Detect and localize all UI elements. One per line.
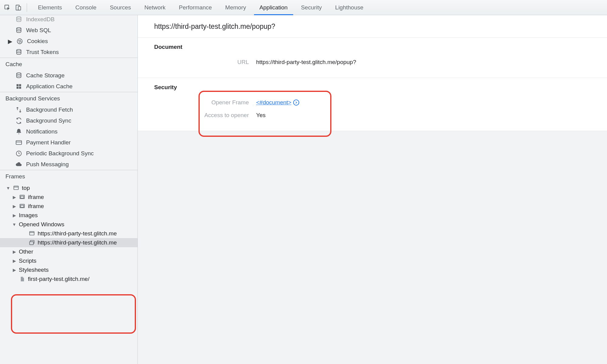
svg-rect-16 [16, 141, 22, 145]
svg-point-9 [21, 42, 21, 42]
svg-rect-20 [21, 196, 24, 198]
frames-tree: ▼ top ▶ iframe ▶ iframe [0, 182, 137, 285]
sidebar-item-label: IndexedDB [26, 16, 55, 23]
window-icon [13, 185, 19, 191]
frame-icon [19, 203, 25, 210]
sidebar-group-frames: Frames [0, 170, 137, 182]
svg-rect-18 [14, 186, 19, 190]
tree-item-label: top [22, 185, 30, 191]
svg-point-6 [19, 40, 19, 41]
tab-memory[interactable]: Memory [219, 0, 253, 15]
sidebar-item-cookies[interactable]: ▶ Cookies [0, 36, 137, 47]
kv-val-opener-frame: <#document> [256, 99, 299, 106]
svg-point-5 [17, 39, 22, 44]
toolbar-separator [27, 3, 27, 12]
svg-rect-13 [19, 84, 21, 86]
frame-details-panel: https://third-party-test.glitch.me/popup… [138, 15, 607, 364]
chevron-right-icon: ▶ [12, 268, 16, 272]
chevron-right-icon: ▶ [12, 195, 16, 200]
tree-item-label: iframe [28, 194, 44, 201]
tab-console[interactable]: Console [69, 0, 103, 15]
tree-item-label: https://third-party-test.glitch.me [38, 239, 117, 246]
frames-tree-iframe[interactable]: ▶ iframe [0, 202, 137, 211]
tree-item-label: Other [19, 248, 33, 255]
tab-elements[interactable]: Elements [31, 0, 69, 15]
svg-rect-15 [19, 87, 21, 89]
section-heading: Security [138, 84, 607, 96]
grid-icon [15, 83, 22, 90]
sidebar-item-notifications[interactable]: Notifications [0, 126, 137, 137]
window-icon [29, 230, 35, 237]
sidebar-item-cache-storage[interactable]: Cache Storage [0, 70, 137, 81]
sidebar-item-label: Trust Tokens [26, 49, 59, 56]
sidebar-item-application-cache[interactable]: Application Cache [0, 81, 137, 92]
chevron-right-icon: ▶ [12, 213, 16, 218]
chevron-right-icon: ▶ [12, 249, 16, 254]
sidebar-item-payment-handler[interactable]: Payment Handler [0, 137, 137, 148]
bell-icon [15, 128, 22, 135]
sidebar-item-label: Application Cache [26, 83, 73, 90]
sidebar-item-background-fetch[interactable]: Background Fetch [0, 104, 137, 115]
svg-rect-22 [21, 205, 24, 207]
chevron-right-icon: ▶ [12, 258, 16, 263]
sidebar-group-bgservices: Background Services [0, 92, 137, 104]
sidebar-item-websql[interactable]: Web SQL [0, 25, 137, 36]
chevron-right-icon: ▶ [8, 38, 12, 45]
sidebar-item-trust-tokens[interactable]: Trust Tokens [0, 47, 137, 58]
inspect-icon[interactable] [3, 3, 12, 12]
sidebar-item-label: Cache Storage [26, 72, 65, 79]
frames-tree-iframe[interactable]: ▶ iframe [0, 193, 137, 202]
frames-tree-opened-windows[interactable]: ▼ Opened Windows [0, 220, 137, 229]
sidebar-group-cache: Cache [0, 58, 137, 70]
tree-item-label: Opened Windows [19, 221, 64, 228]
tab-performance[interactable]: Performance [172, 0, 219, 15]
chevron-down-icon: ▼ [6, 186, 10, 190]
tab-security[interactable]: Security [294, 0, 329, 15]
frames-tree-scripts[interactable]: ▶ Scripts [0, 256, 137, 265]
tab-network[interactable]: Network [138, 0, 172, 15]
device-toggle-icon[interactable] [14, 3, 22, 12]
fetch-icon [15, 106, 22, 113]
tree-item-label: Images [19, 212, 38, 219]
svg-point-3 [17, 17, 21, 19]
sidebar-item-periodic-sync[interactable]: Periodic Background Sync [0, 148, 137, 159]
database-icon [15, 72, 22, 79]
svg-rect-23 [30, 231, 34, 235]
kv-key-access-opener: Access to opener [138, 112, 256, 119]
cookie-icon [16, 38, 23, 45]
reveal-node-icon[interactable] [293, 99, 299, 106]
kv-key-url: URL [138, 59, 256, 66]
devtools-tabs: Elements Console Sources Network Perform… [31, 0, 370, 15]
frames-tree-file[interactable]: first-party-test.glitch.me/ [0, 275, 137, 284]
section-heading: Document [138, 44, 607, 56]
sidebar-item-label: Notifications [26, 128, 58, 135]
svg-point-10 [17, 49, 21, 51]
windows-stack-icon [29, 239, 35, 246]
svg-point-8 [19, 42, 20, 42]
frames-tree-window-item[interactable]: https://third-party-test.glitch.me [0, 229, 137, 238]
frames-tree-other[interactable]: ▶ Other [0, 247, 137, 256]
tab-lighthouse[interactable]: Lighthouse [328, 0, 370, 15]
sidebar-item-background-sync[interactable]: Background Sync [0, 115, 137, 126]
svg-point-7 [20, 40, 21, 41]
database-icon [15, 27, 22, 34]
sidebar-item-label: Periodic Background Sync [26, 150, 94, 157]
frames-tree-top[interactable]: ▼ top [0, 184, 137, 193]
svg-rect-14 [17, 87, 19, 89]
sidebar-item-indexeddb[interactable]: IndexedDB [0, 15, 137, 25]
sidebar-item-label: Push Messaging [26, 161, 69, 168]
chevron-down-icon: ▼ [12, 222, 16, 227]
svg-point-4 [17, 28, 21, 29]
opener-frame-link[interactable]: <#document> [256, 99, 291, 106]
kv-val-access-opener: Yes [256, 112, 266, 119]
document-section: Document URL https://third-party-test.gl… [138, 38, 607, 78]
clock-icon [15, 150, 22, 157]
frames-tree-images[interactable]: ▶ Images [0, 211, 137, 220]
sidebar-item-push-messaging[interactable]: Push Messaging [0, 159, 137, 170]
frames-tree-window-item[interactable]: https://third-party-test.glitch.me [0, 238, 137, 247]
svg-rect-12 [17, 84, 19, 86]
database-icon [15, 16, 22, 23]
tab-application[interactable]: Application [253, 0, 294, 15]
frames-tree-stylesheets[interactable]: ▶ Stylesheets [0, 265, 137, 275]
tab-sources[interactable]: Sources [103, 0, 138, 15]
